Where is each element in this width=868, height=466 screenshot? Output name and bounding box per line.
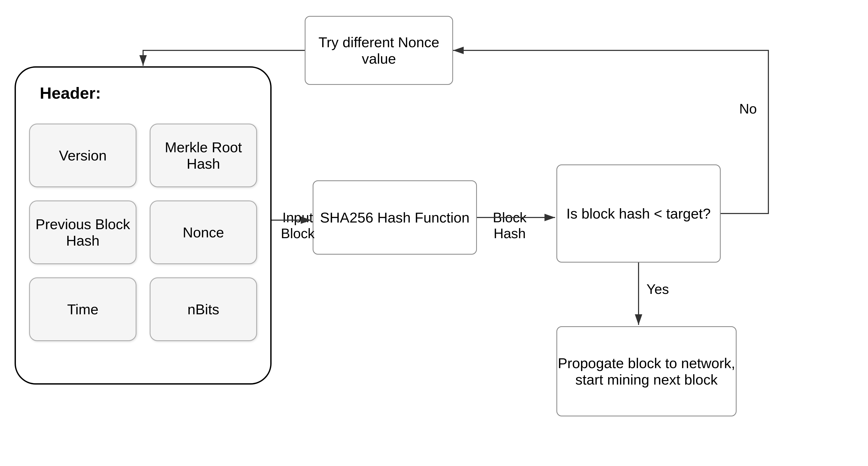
nbits-label: nBits xyxy=(187,301,219,318)
propogate-label: Propogate block to network, start mining… xyxy=(557,355,736,388)
block-hash-label: Block Hash xyxy=(493,209,526,241)
propogate-box: Propogate block to network, start mining… xyxy=(556,326,737,416)
merkle-root-hash-label: Merkle Root Hash xyxy=(156,139,251,172)
version-cell: Version xyxy=(29,124,136,187)
nonce-cell: Nonce xyxy=(150,201,257,264)
header-block: Header: Version Merkle Root Hash Previou… xyxy=(14,66,272,385)
header-title: Header: xyxy=(40,84,101,103)
previous-block-hash-label: Previous Block Hash xyxy=(35,216,130,249)
input-block-label: Input Block xyxy=(281,209,314,241)
yes-label: Yes xyxy=(647,281,669,297)
no-label: No xyxy=(739,101,757,117)
merkle-root-hash-cell: Merkle Root Hash xyxy=(150,124,257,187)
nonce-label: Nonce xyxy=(183,224,224,240)
nbits-cell: nBits xyxy=(150,278,257,341)
sha256-label: SHA256 Hash Function xyxy=(320,209,469,226)
header-grid: Version Merkle Root Hash Previous Block … xyxy=(29,124,257,341)
time-label: Time xyxy=(67,301,99,318)
version-label: Version xyxy=(59,147,106,164)
time-cell: Time xyxy=(29,278,136,341)
diagram-container: Header: Version Merkle Root Hash Previou… xyxy=(0,0,868,466)
sha256-box: SHA256 Hash Function xyxy=(313,180,477,255)
try-nonce-box: Try different Nonce value xyxy=(305,16,453,85)
previous-block-hash-cell: Previous Block Hash xyxy=(29,201,136,264)
try-nonce-label: Try different Nonce value xyxy=(306,34,452,67)
is-block-hash-box: Is block hash < target? xyxy=(556,165,721,263)
is-block-hash-label: Is block hash < target? xyxy=(566,205,711,222)
